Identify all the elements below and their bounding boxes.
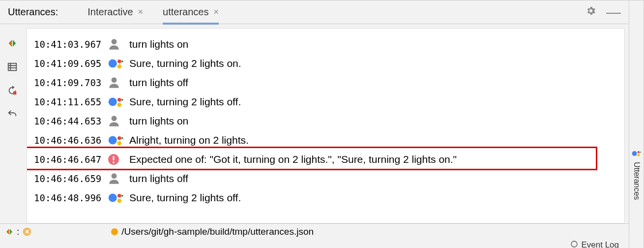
svg-point-13 [109, 136, 117, 144]
log-message: turn lights off [129, 173, 188, 185]
list-icon[interactable] [7, 62, 18, 72]
svg-point-15 [117, 141, 122, 145]
run-icon[interactable] [5, 227, 14, 236]
side-tab-utterances[interactable]: Utterances [629, 0, 644, 248]
log-message: Sure, turning 2 lights off. [129, 192, 241, 204]
log-row: 10:41:11.655 Sure, turning 2 lights off. [31, 92, 620, 111]
svg-point-23 [117, 198, 122, 203]
log-message: turn lights on [129, 115, 188, 127]
close-icon[interactable]: × [213, 7, 219, 17]
svg-point-5 [117, 64, 122, 68]
svg-point-29 [637, 151, 639, 153]
svg-point-19 [113, 161, 115, 163]
log-row: 10:46:46.636 Alright, turning on 2 light… [31, 130, 620, 150]
svg-point-28 [632, 151, 637, 156]
log-row: 10:46:46.647 Expected one of: "Got it, t… [31, 150, 620, 169]
timestamp: 10:46:46.659 [34, 173, 108, 184]
svg-rect-18 [113, 156, 115, 160]
log-message: Alright, turning on 2 lights. [129, 134, 249, 146]
timestamp: 10:41:09.703 [34, 77, 108, 88]
log-area: 10:41:03.967 turn lights on 10:41:09.695… [27, 28, 625, 223]
timestamp: 10:41:11.655 [34, 96, 108, 107]
user-icon [108, 38, 129, 51]
svg-rect-0 [8, 63, 17, 71]
timestamp: 10:46:46.636 [34, 135, 108, 146]
svg-point-22 [117, 193, 121, 197]
log-message: Sure, turning 2 lights off. [129, 96, 241, 108]
svg-point-14 [117, 136, 121, 140]
svg-point-7 [112, 77, 117, 83]
svg-point-9 [117, 97, 121, 101]
log-row: 10:41:09.703 turn lights off [31, 73, 620, 92]
log-row: 10:46:46.659 turn lights off [31, 169, 620, 188]
tab-utterances[interactable]: utterances × [163, 0, 219, 24]
svg-point-30 [637, 154, 640, 156]
status-path: /Users/git/gh-sample/build/tmp/utterance… [121, 226, 314, 237]
toolbar [0, 24, 25, 223]
undo-icon[interactable] [7, 109, 18, 120]
log-row: 10:46:48.996 Sure, turning 2 lights off. [31, 188, 620, 207]
assistant-icon [108, 57, 129, 70]
log-message: turn lights on [129, 38, 188, 50]
svg-point-2 [112, 39, 117, 44]
event-log-label[interactable]: Event Log [581, 240, 619, 248]
svg-point-24 [121, 194, 123, 196]
log-message: Expected one of: "Got it, turning on 2 l… [129, 154, 457, 165]
timestamp: 10:46:44.653 [34, 116, 108, 126]
minimize-icon[interactable]: — [606, 10, 621, 15]
user-icon [108, 76, 129, 89]
svg-point-21 [109, 193, 117, 202]
status-dot-icon [111, 228, 118, 236]
close-icon[interactable]: × [138, 7, 144, 17]
svg-point-8 [109, 97, 117, 106]
svg-point-4 [117, 59, 121, 63]
cancel-icon[interactable] [22, 227, 32, 237]
svg-point-11 [121, 98, 123, 100]
svg-rect-1 [13, 92, 16, 94]
svg-point-10 [117, 102, 122, 107]
svg-point-6 [121, 60, 123, 62]
run-icon[interactable] [7, 38, 18, 49]
event-log-icon [570, 240, 578, 248]
svg-point-26 [111, 228, 118, 235]
assistant-icon [108, 191, 129, 205]
svg-point-3 [109, 59, 117, 67]
gear-icon[interactable] [585, 5, 596, 19]
tab-interactive[interactable]: Interactive × [88, 0, 143, 24]
assistant-icon [108, 133, 129, 147]
error-icon [108, 154, 129, 165]
svg-point-27 [571, 241, 577, 247]
user-icon [108, 172, 129, 185]
log-message: Sure, turning 2 lights on. [129, 58, 241, 69]
log-row: 10:46:44.653 turn lights on [31, 111, 620, 130]
log-row: 10:41:09.695 Sure, turning 2 lights on. [31, 54, 620, 73]
statusbar: : /Users/git/gh-sample/build/tmp/utteran… [0, 223, 629, 239]
assistant-icon [631, 148, 642, 159]
panel-title: Utterances: [8, 6, 58, 18]
svg-point-31 [640, 152, 641, 153]
timestamp: 10:46:48.996 [34, 192, 108, 203]
tabbar: Utterances: Interactive × utterances × — [0, 0, 629, 24]
tab-label: utterances [163, 6, 208, 18]
svg-point-12 [112, 116, 117, 121]
timestamp: 10:46:46.647 [34, 154, 108, 165]
timestamp: 10:41:09.695 [34, 58, 108, 69]
log-row: 10:41:03.967 turn lights on [31, 34, 620, 54]
svg-point-16 [121, 137, 123, 139]
tab-label: Interactive [88, 6, 133, 18]
timestamp: 10:41:03.967 [34, 39, 108, 50]
svg-point-20 [112, 173, 117, 179]
user-icon [108, 115, 129, 127]
assistant-icon [108, 95, 129, 109]
rerun-icon[interactable] [7, 85, 18, 96]
log-message: turn lights off [129, 77, 188, 89]
side-tab-label: Utterances [632, 162, 641, 200]
